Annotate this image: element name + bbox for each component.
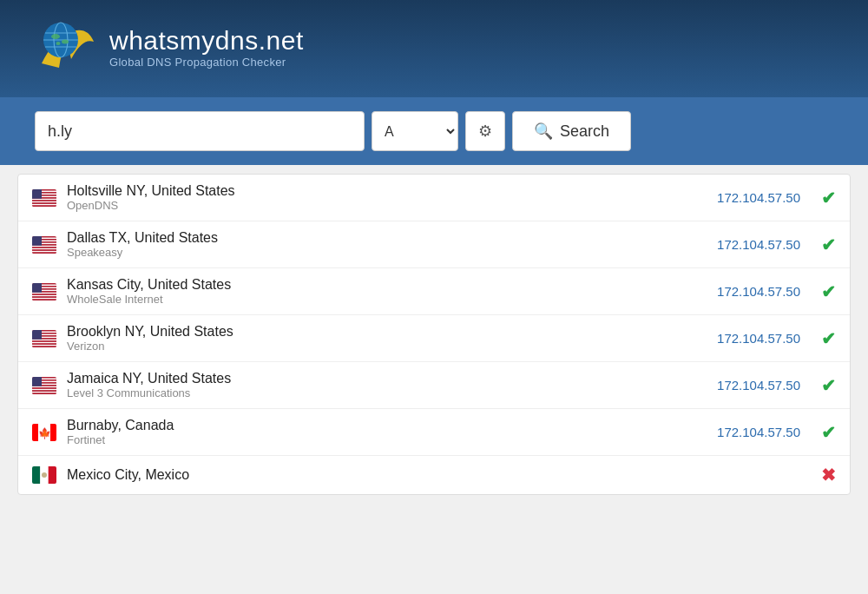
- svg-rect-18: [32, 202, 56, 204]
- svg-rect-46: [32, 296, 56, 298]
- status-ok-icon: ✔: [821, 375, 836, 396]
- location-provider: WholeSale Internet: [67, 293, 707, 306]
- location-provider: Verizon: [67, 340, 707, 353]
- svg-rect-72: [32, 387, 56, 389]
- svg-rect-77: [32, 377, 42, 386]
- svg-point-85: [42, 472, 47, 478]
- ip-address: 172.104.57.50: [717, 331, 800, 346]
- status-ok-icon: ✔: [821, 328, 836, 349]
- location-info: Dallas TX, United States Speakeasy: [67, 230, 707, 259]
- location-provider: OpenDNS: [67, 199, 707, 212]
- svg-rect-34: [32, 252, 56, 254]
- svg-rect-49: [32, 283, 42, 293]
- svg-rect-32: [32, 249, 56, 251]
- svg-rect-16: [32, 200, 56, 201]
- svg-rect-29: [32, 245, 56, 247]
- svg-rect-74: [32, 390, 56, 392]
- table-row: Brooklyn NY, United States Verizon 172.1…: [18, 315, 850, 362]
- svg-rect-57: [32, 339, 56, 340]
- svg-rect-59: [32, 341, 56, 343]
- location-name: Kansas City, United States: [67, 277, 707, 293]
- status-fail-icon: ✖: [821, 465, 836, 485]
- location-info: Jamaica NY, United States Level 3 Commun…: [67, 371, 707, 399]
- location-name: Burnaby, Canada: [67, 418, 707, 433]
- flag-us: [32, 377, 56, 394]
- table-row: Holtsville NY, United States OpenDNS 172…: [18, 175, 850, 221]
- svg-rect-60: [32, 343, 56, 345]
- flag-us: [32, 283, 56, 300]
- site-title: whatsmydns.net: [109, 26, 304, 56]
- flag-us: [32, 189, 56, 207]
- svg-rect-15: [32, 198, 56, 200]
- logo-icon: [35, 16, 97, 78]
- location-info: Holtsville NY, United States OpenDNS: [67, 183, 707, 212]
- svg-rect-30: [32, 247, 56, 248]
- ip-address: 172.104.57.50: [717, 237, 800, 252]
- ip-address: 172.104.57.50: [717, 425, 800, 439]
- svg-rect-58: [32, 340, 56, 342]
- svg-rect-62: [32, 346, 56, 347]
- table-row: Kansas City, United States WholeSale Int…: [18, 268, 850, 315]
- svg-rect-19: [32, 203, 56, 205]
- logo-container: whatsmydns.net Global DNS Propagation Ch…: [35, 16, 304, 78]
- search-bar-area: A AAAA CNAME MX NS PTR SOA SRV TXT ⚙ 🔍 S…: [0, 97, 868, 165]
- svg-point-5: [51, 34, 60, 39]
- search-icon: 🔍: [534, 122, 553, 141]
- site-header: whatsmydns.net Global DNS Propagation Ch…: [0, 0, 868, 97]
- svg-rect-43: [32, 292, 56, 294]
- status-ok-icon: ✔: [821, 188, 836, 208]
- svg-rect-61: [32, 344, 56, 346]
- location-info: Brooklyn NY, United States Verizon: [67, 324, 707, 353]
- search-input[interactable]: [35, 111, 365, 151]
- svg-rect-45: [32, 294, 56, 296]
- status-ok-icon: ✔: [821, 234, 836, 255]
- location-name: Mexico City, Mexico: [67, 467, 790, 483]
- svg-rect-17: [32, 201, 56, 202]
- flag-ca: 🍁: [32, 424, 56, 441]
- table-row: Mexico City, Mexico ✖: [18, 456, 850, 494]
- flag-us: [32, 236, 56, 254]
- location-info: Kansas City, United States WholeSale Int…: [67, 277, 707, 306]
- svg-point-7: [56, 42, 61, 45]
- svg-rect-20: [32, 205, 56, 207]
- ip-address: 172.104.57.50: [717, 378, 800, 393]
- logo-text: whatsmydns.net Global DNS Propagation Ch…: [109, 26, 304, 69]
- svg-rect-33: [32, 250, 56, 252]
- svg-rect-44: [32, 294, 56, 295]
- location-name: Brooklyn NY, United States: [67, 324, 707, 340]
- search-button[interactable]: 🔍 Search: [512, 111, 631, 151]
- location-info: Burnaby, Canada Fortinet: [67, 418, 707, 446]
- svg-rect-21: [32, 189, 42, 199]
- location-name: Jamaica NY, United States: [67, 371, 707, 386]
- flag-mx: [32, 466, 56, 484]
- table-row: Dallas TX, United States Speakeasy 172.1…: [18, 221, 850, 268]
- location-provider: Speakeasy: [67, 246, 707, 259]
- search-button-label: Search: [560, 122, 609, 141]
- table-row: Jamaica NY, United States Level 3 Commun…: [18, 362, 850, 409]
- svg-rect-84: [49, 466, 56, 484]
- svg-rect-63: [32, 330, 42, 340]
- svg-rect-76: [32, 393, 56, 394]
- svg-rect-79: [50, 424, 56, 441]
- ip-address: 172.104.57.50: [717, 190, 800, 205]
- svg-rect-71: [32, 386, 56, 387]
- location-name: Dallas TX, United States: [67, 230, 707, 246]
- svg-rect-75: [32, 391, 56, 393]
- svg-rect-48: [32, 299, 56, 300]
- table-row: 🍁 Burnaby, Canada Fortinet 172.104.57.50…: [18, 409, 850, 456]
- location-info: Mexico City, Mexico: [67, 467, 790, 483]
- svg-rect-35: [32, 236, 42, 246]
- location-name: Holtsville NY, United States: [67, 183, 707, 199]
- flag-us: [32, 330, 56, 347]
- svg-rect-82: [32, 466, 40, 484]
- status-ok-icon: ✔: [821, 281, 836, 302]
- status-ok-icon: ✔: [821, 422, 836, 443]
- site-tagline: Global DNS Propagation Checker: [109, 56, 304, 69]
- svg-rect-47: [32, 297, 56, 299]
- location-provider: Fortinet: [67, 433, 707, 446]
- svg-text:🍁: 🍁: [38, 426, 51, 439]
- settings-button[interactable]: ⚙: [465, 111, 505, 151]
- svg-rect-73: [32, 388, 56, 390]
- record-type-select[interactable]: A AAAA CNAME MX NS PTR SOA SRV TXT: [372, 111, 458, 151]
- gear-icon: ⚙: [478, 122, 492, 141]
